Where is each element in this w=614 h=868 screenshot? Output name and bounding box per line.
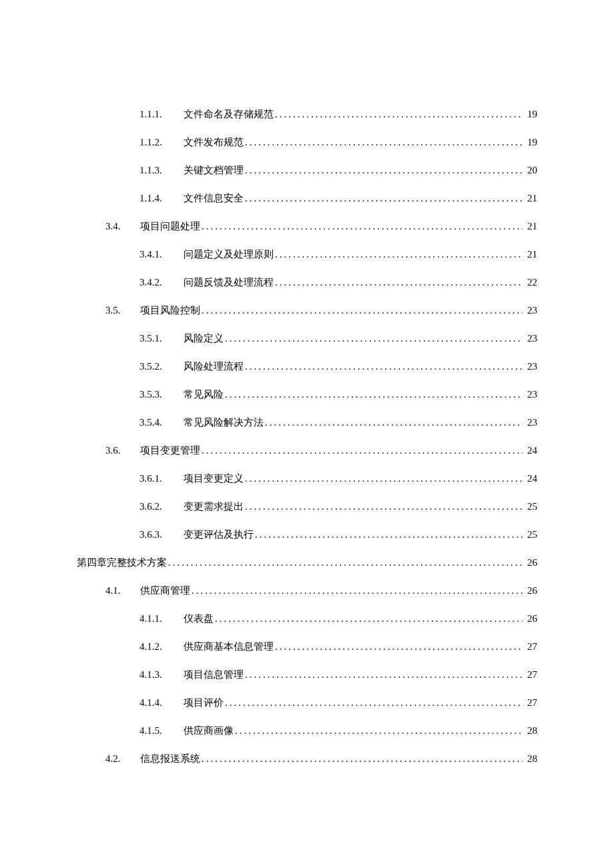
toc-entry[interactable]: 3.6.2.变更需求提出25 [77, 500, 537, 513]
toc-entry-number: 3.6.2. [139, 501, 172, 512]
toc-entry-number: 4.1.2. [139, 641, 172, 653]
toc-entry[interactable]: 第四章完整技术方案26 [77, 556, 537, 569]
toc-entry-page: 28 [524, 753, 537, 765]
toc-entry[interactable]: 3.5.3.常见风险23 [77, 388, 537, 401]
toc-entry[interactable]: 4.1.5.供应商画像28 [77, 725, 537, 737]
toc-leader-dots [245, 473, 523, 484]
toc-entry-title: 供应商基本信息管理 [184, 640, 274, 653]
toc-entry-page: 20 [524, 165, 537, 176]
toc-leader-dots [275, 641, 523, 653]
toc-leader-dots [245, 193, 523, 204]
toc-entry-page: 24 [524, 445, 537, 456]
toc-entry-page: 23 [524, 389, 537, 400]
toc-entry-title: 风险定义 [184, 332, 224, 345]
toc-entry[interactable]: 3.4.1.问题定义及处理原则21 [77, 248, 537, 261]
toc-entry-title: 常见风险 [184, 388, 224, 401]
toc-entry-title: 文件命名及存储规范 [184, 108, 274, 121]
toc-entry[interactable]: 3.5.项目风险控制23 [77, 304, 537, 317]
toc-entry-number: 4.1.5. [139, 725, 172, 737]
toc-leader-dots [225, 333, 523, 344]
toc-entry-title: 风险处理流程 [184, 360, 244, 373]
toc-entry-number: 3.5.3. [139, 389, 172, 400]
toc-leader-dots [275, 109, 523, 120]
toc-entry-number: 3.6.1. [139, 473, 172, 484]
toc-entry-title: 仪表盘 [184, 612, 214, 625]
toc-leader-dots [245, 137, 523, 148]
toc-entry[interactable]: 4.1.供应商管理26 [77, 584, 537, 597]
toc-entry-title: 供应商画像 [184, 725, 234, 737]
toc-leader-dots [202, 221, 523, 232]
toc-entry-page: 21 [524, 193, 537, 204]
toc-entry-title: 项目风险控制 [140, 304, 200, 317]
toc-entry-number: 3.4.2. [139, 277, 172, 288]
toc-entry-title: 信息报送系统 [140, 753, 200, 765]
toc-entry-number: 3.6.3. [139, 529, 172, 540]
toc-entry[interactable]: 3.4.项目问题处理21 [77, 220, 537, 233]
toc-entry-page: 23 [524, 417, 537, 428]
toc-entry-title: 项目评价 [184, 697, 224, 709]
toc-entry[interactable]: 4.1.4.项目评价27 [77, 697, 537, 709]
toc-leader-dots [192, 585, 523, 596]
toc-leader-dots [202, 305, 523, 316]
toc-entry[interactable]: 4.1.1.仪表盘26 [77, 612, 537, 625]
toc-entry-number: 3.5. [105, 305, 128, 316]
toc-leader-dots [245, 361, 523, 372]
toc-entry-title: 文件信息安全 [184, 192, 244, 205]
toc-entry-number: 3.6. [105, 445, 128, 456]
toc-entry[interactable]: 4.2.信息报送系统28 [77, 753, 537, 765]
toc-entry[interactable]: 3.5.2.风险处理流程23 [77, 360, 537, 373]
table-of-contents: 1.1.1.文件命名及存储规范191.1.2.文件发布规范191.1.3.关键文… [77, 108, 537, 765]
toc-leader-dots [215, 613, 523, 624]
toc-entry[interactable]: 3.5.1.风险定义23 [77, 332, 537, 345]
toc-entry-title: 问题反馈及处理流程 [184, 276, 274, 289]
toc-leader-dots [225, 389, 523, 400]
toc-leader-dots [168, 557, 523, 568]
toc-entry-page: 23 [524, 361, 537, 372]
toc-entry[interactable]: 3.6.项目变更管理24 [77, 444, 537, 457]
toc-entry-title: 变更需求提出 [184, 500, 244, 513]
toc-entry[interactable]: 1.1.4.文件信息安全21 [77, 192, 537, 205]
toc-entry[interactable]: 3.6.1.项目变更定义24 [77, 472, 537, 485]
toc-entry[interactable]: 1.1.1.文件命名及存储规范19 [77, 108, 537, 121]
toc-entry-number: 1.1.3. [139, 165, 172, 176]
toc-entry-title: 关键文档管理 [184, 164, 244, 177]
toc-entry-title: 第四章完整技术方案 [77, 556, 167, 569]
toc-entry-number: 3.4. [105, 221, 128, 232]
toc-entry-number: 4.1.4. [139, 697, 172, 709]
toc-entry-page: 26 [524, 557, 537, 568]
toc-leader-dots [225, 697, 523, 709]
toc-entry-number: 1.1.1. [139, 109, 172, 120]
toc-entry-number: 3.5.1. [139, 333, 172, 344]
toc-entry-page: 19 [524, 109, 537, 120]
toc-entry-number: 3.5.2. [139, 361, 172, 372]
toc-leader-dots [202, 753, 523, 765]
toc-entry-page: 23 [524, 305, 537, 316]
toc-leader-dots [245, 669, 523, 681]
toc-entry-number: 1.1.4. [139, 193, 172, 204]
toc-entry-number: 4.2. [105, 753, 128, 765]
toc-leader-dots [202, 445, 523, 456]
toc-entry-page: 25 [524, 529, 537, 540]
toc-entry-page: 27 [524, 669, 537, 681]
toc-entry[interactable]: 3.4.2.问题反馈及处理流程22 [77, 276, 537, 289]
toc-entry-page: 22 [524, 277, 537, 288]
toc-entry-page: 21 [524, 249, 537, 260]
toc-entry[interactable]: 4.1.3.项目信息管理27 [77, 669, 537, 681]
toc-entry-title: 常见风险解决方法 [184, 416, 264, 429]
toc-entry[interactable]: 4.1.2.供应商基本信息管理27 [77, 640, 537, 653]
toc-entry[interactable]: 3.5.4.常见风险解决方法23 [77, 416, 537, 429]
toc-entry[interactable]: 3.6.3.变更评估及执行25 [77, 528, 537, 541]
toc-entry-page: 27 [524, 697, 537, 709]
toc-entry-title: 变更评估及执行 [184, 528, 254, 541]
toc-entry-title: 供应商管理 [140, 584, 190, 597]
toc-entry-number: 3.5.4. [139, 417, 172, 428]
toc-leader-dots [275, 277, 523, 288]
toc-entry-number: 4.1.1. [139, 613, 172, 624]
toc-leader-dots [255, 529, 523, 540]
toc-entry-page: 21 [524, 221, 537, 232]
toc-entry-title: 项目问题处理 [140, 220, 200, 233]
toc-entry-number: 4.1. [105, 585, 128, 596]
toc-entry[interactable]: 1.1.3.关键文档管理20 [77, 164, 537, 177]
toc-entry-title: 项目变更定义 [184, 472, 244, 485]
toc-entry[interactable]: 1.1.2.文件发布规范19 [77, 136, 537, 149]
